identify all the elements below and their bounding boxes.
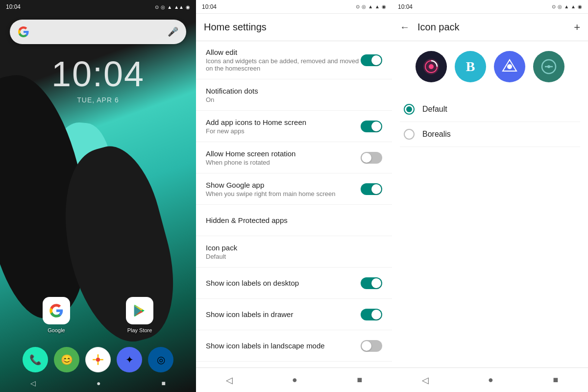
right-icon3: ▲: [564, 4, 569, 9]
default-radio-circle: [404, 104, 415, 115]
home-app-grid: Google Play Store: [0, 297, 196, 333]
add-app-icons-knob: [371, 122, 381, 131]
show-google-app-setting[interactable]: Show Google app When you swipe right fro…: [196, 173, 392, 205]
preview-icon-4: [533, 51, 564, 82]
preview-icons-row: B: [400, 51, 580, 82]
show-google-app-info: Show Google app When you swipe right fro…: [206, 181, 361, 197]
preview-icon-2-letter: B: [466, 59, 475, 74]
icon-pack-add-button[interactable]: +: [574, 21, 580, 34]
icon-pack-content: B Default: [392, 41, 588, 368]
show-labels-landscape-toggle[interactable]: [361, 340, 382, 352]
preview-icon-3: [494, 51, 525, 82]
right-status-icons: ⊙ ◎ ▲ ▲ ◉: [552, 4, 582, 9]
middle-nav-bar: ◁ ● ■: [196, 368, 392, 392]
icon-pack-setting[interactable]: Icon pack Default: [196, 236, 392, 268]
home-settings-panel: 10:04 ⊙ ◎ ▲ ▲ ◉ Home settings Allow edit…: [196, 0, 392, 392]
allow-rotation-toggle[interactable]: [361, 152, 382, 164]
phone-dock-icon[interactable]: 📞: [23, 347, 48, 372]
allow-edit-knob: [371, 55, 381, 65]
show-labels-desktop-title: Show icon labels on desktop: [206, 279, 361, 287]
settings-list: Allow edit Icons and widgets can be adde…: [196, 41, 392, 368]
notification-dots-setting[interactable]: Notification dots On: [196, 79, 392, 111]
messages-dock-icon[interactable]: ◎: [148, 347, 173, 372]
clock-display: 10:04 TUE, APR 6: [0, 54, 196, 104]
recents-nav-btn[interactable]: ■: [162, 379, 166, 387]
mic-icon[interactable]: 🎤: [168, 26, 178, 37]
svg-point-0: [96, 358, 100, 362]
mid-icon1: ⊙: [356, 4, 360, 9]
show-labels-desktop-info: Show icon labels on desktop: [206, 279, 361, 287]
allow-rotation-subtitle: When phone is rotated: [206, 159, 361, 166]
signal-icon: ▲▲: [174, 4, 184, 10]
middle-status-icons: ⊙ ◎ ▲ ▲ ◉: [356, 4, 386, 9]
show-labels-desktop-setting[interactable]: Show icon labels on desktop: [196, 268, 392, 299]
add-app-icons-setting[interactable]: Add app icons to Home screen For new app…: [196, 111, 392, 142]
borealis-radio-circle: [404, 129, 415, 140]
show-google-app-toggle[interactable]: [361, 183, 382, 195]
default-radio-dot: [406, 106, 412, 112]
add-app-icons-toggle[interactable]: [361, 121, 382, 132]
notification-dots-subtitle: On: [206, 96, 382, 103]
clock-time: 10:04: [0, 54, 196, 94]
home-nav-btn[interactable]: ●: [97, 379, 100, 387]
show-labels-drawer-knob: [371, 310, 381, 319]
icon-pack-header: ← Icon pack +: [392, 14, 588, 41]
playstore-app-label: Play Store: [127, 327, 152, 333]
svg-point-3: [429, 64, 434, 69]
mid-icon3: ▲: [368, 4, 373, 9]
show-labels-landscape-setting[interactable]: Show icon labels in landscape mode: [196, 330, 392, 362]
allow-edit-setting[interactable]: Allow edit Icons and widgets can be adde…: [196, 41, 392, 79]
maps-dock-icon[interactable]: ✦: [117, 347, 142, 372]
show-labels-drawer-title: Show icon labels in drawer: [206, 310, 361, 318]
mid-recents-nav[interactable]: ■: [357, 375, 362, 385]
allow-edit-info: Allow edit Icons and widgets can be adde…: [206, 48, 361, 72]
show-labels-drawer-setting[interactable]: Show icon labels in drawer: [196, 299, 392, 330]
show-google-app-knob: [371, 184, 381, 194]
wifi-icon: ▲: [167, 4, 172, 10]
allow-rotation-knob: [362, 153, 371, 163]
allow-rotation-info: Allow Home screen rotation When phone is…: [206, 149, 361, 166]
battery-icon: ◉: [186, 4, 190, 10]
right-recents-nav[interactable]: ■: [553, 375, 558, 385]
playstore-app-icon[interactable]: Play Store: [126, 297, 153, 333]
mid-home-nav[interactable]: ●: [292, 375, 297, 385]
add-app-icons-subtitle: For new apps: [206, 127, 361, 135]
icon-pack-back-button[interactable]: ←: [400, 22, 410, 33]
borealis-option[interactable]: Borealis: [400, 122, 580, 147]
facemoji-dock-icon[interactable]: 😊: [54, 347, 79, 372]
hidden-protected-title: Hidden & Protected apps: [206, 216, 382, 224]
google-app-icon[interactable]: Google: [43, 297, 70, 333]
show-google-app-subtitle: When you swipe right from main home scre…: [206, 190, 361, 197]
photos-dock-icon[interactable]: [85, 347, 111, 372]
phone-home-screen: 10:04 ⊙ ◎ ▲ ▲▲ ◉ 🎤 10:04 TUE, APR 6 Goog: [0, 0, 196, 392]
google-search-bar[interactable]: 🎤: [10, 20, 186, 44]
default-radio-label: Default: [422, 105, 447, 114]
add-app-icons-info: Add app icons to Home screen For new app…: [206, 118, 361, 135]
right-home-nav[interactable]: ●: [488, 375, 493, 385]
show-labels-desktop-toggle[interactable]: [361, 277, 382, 289]
google-app-label: Google: [48, 327, 65, 333]
default-option[interactable]: Default: [400, 97, 580, 122]
icon-pack-setting-subtitle: Default: [206, 253, 382, 260]
show-labels-drawer-toggle[interactable]: [361, 309, 382, 320]
hidden-protected-info: Hidden & Protected apps: [206, 216, 382, 224]
mid-back-nav[interactable]: ◁: [226, 375, 233, 386]
back-nav-btn[interactable]: ◁: [30, 379, 36, 387]
show-labels-landscape-info: Show icon labels in landscape mode: [206, 342, 361, 350]
allow-edit-subtitle: Icons and widgets can be added, removed …: [206, 57, 361, 72]
icon-pack-panel: 10:04 ⊙ ◎ ▲ ▲ ◉ ← Icon pack +: [392, 0, 588, 392]
middle-status-time: 10:04: [202, 3, 217, 10]
right-icon2: ◎: [558, 4, 562, 9]
show-labels-desktop-knob: [371, 278, 381, 288]
hidden-protected-setting[interactable]: Hidden & Protected apps: [196, 205, 392, 236]
allow-rotation-setting[interactable]: Allow Home screen rotation When phone is…: [196, 142, 392, 173]
svg-point-7: [547, 65, 550, 68]
allow-edit-toggle[interactable]: [361, 54, 382, 66]
icon-pack-info: Icon pack Default: [206, 244, 382, 260]
clock-date: TUE, APR 6: [0, 96, 196, 104]
mid-icon4: ▲: [375, 4, 380, 9]
right-icon4: ▲: [571, 4, 576, 9]
right-back-nav[interactable]: ◁: [422, 375, 429, 386]
app-dock: 📞 😊 ✦ ◎: [0, 347, 196, 372]
show-google-app-title: Show Google app: [206, 181, 361, 189]
